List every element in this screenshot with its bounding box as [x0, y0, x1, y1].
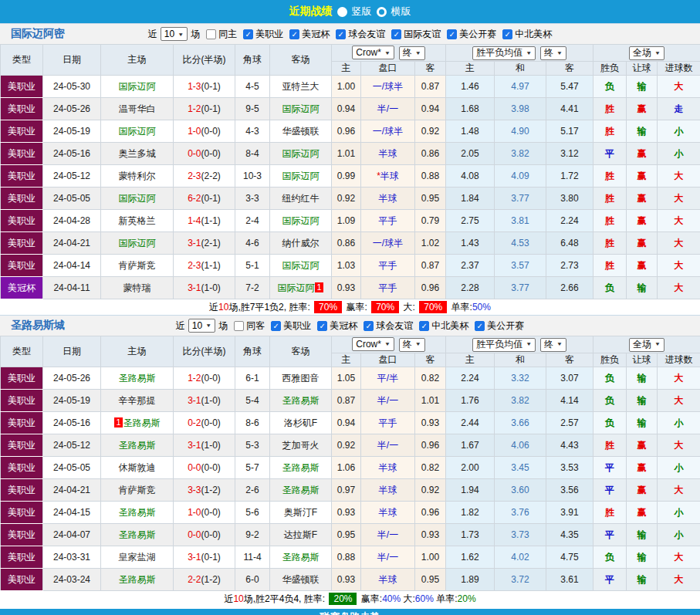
- odds-handicap: 平手: [361, 277, 415, 299]
- match-row: 美职业24-05-30国际迈阿1-3(0-1)4-5亚特兰大1.00一/球半0.…: [1, 76, 700, 98]
- recent-label: 近: [176, 319, 185, 333]
- match-date: 24-05-12: [43, 165, 101, 188]
- average-select[interactable]: 胜平负均值▼: [472, 338, 536, 352]
- odds-away: 0.93: [415, 524, 446, 546]
- away-team-name: 纳什威尔: [282, 238, 320, 248]
- recent-count-select-value: 10: [164, 29, 174, 39]
- match-type: 美冠杯: [1, 277, 43, 299]
- league-label: 美冠杯: [302, 28, 330, 41]
- result-goals: 大: [658, 210, 700, 232]
- home-team: 奥兰多城: [101, 143, 174, 165]
- league-checkbox-4[interactable]: ✓: [475, 321, 485, 331]
- result-winloss: 胜: [593, 210, 627, 232]
- league-checkbox-3[interactable]: ✓: [419, 321, 429, 331]
- column-subheader: 客: [546, 62, 593, 76]
- team-name[interactable]: 圣路易斯城: [11, 319, 65, 333]
- avg-draw: 3.82: [495, 143, 546, 165]
- same-venue-checkbox[interactable]: [234, 321, 244, 331]
- league-checkbox-4[interactable]: ✓: [447, 29, 457, 39]
- record-summary: 近10场,胜7平1负2, 胜率: 70% 赢率: 70% 大: 70% 单率:5…: [0, 299, 700, 315]
- league-checkbox-1[interactable]: ✓: [317, 321, 327, 331]
- recent-count-select[interactable]: 10▼: [188, 319, 215, 333]
- league-checkbox-5[interactable]: ✓: [502, 29, 512, 39]
- result-winloss: 胜: [593, 232, 627, 255]
- league-label: 美冠杯: [330, 319, 357, 333]
- odds-home: 0.86: [332, 232, 361, 255]
- league-checkbox-2[interactable]: ✓: [336, 29, 346, 39]
- avg-draw: 3.66: [495, 412, 546, 434]
- odds-time-select[interactable]: 终▼: [399, 46, 425, 60]
- league-checkbox-1[interactable]: ✓: [289, 29, 299, 39]
- match-date: 24-05-30: [43, 76, 101, 98]
- radio-horizontal-icon[interactable]: [377, 7, 387, 17]
- fulltime-score: 1-2: [188, 373, 201, 384]
- column-header: 比分(半场): [174, 336, 235, 367]
- average-select-value: 胜平负均值: [476, 338, 522, 351]
- avg-away: 4.14: [546, 390, 593, 412]
- avg-home: 1.62: [446, 546, 495, 569]
- scope-select[interactable]: 全场▼: [629, 338, 664, 352]
- league-checkbox-3[interactable]: ✓: [391, 29, 401, 39]
- radio-vertical-label[interactable]: 竖版: [352, 5, 372, 19]
- home-team: 国际迈阿: [101, 76, 174, 98]
- odds-home: 0.93: [332, 277, 361, 299]
- recent-count-select[interactable]: 10▼: [161, 27, 188, 41]
- radio-vertical-selected-icon[interactable]: [337, 7, 347, 17]
- result-goals: 大: [658, 277, 700, 299]
- average-time-select[interactable]: 终▼: [540, 338, 566, 352]
- bookmaker-select[interactable]: Crow*▼: [352, 46, 394, 59]
- fulltime-score: 1-0: [188, 126, 201, 137]
- table-header-row: 类型日期主场比分(半场)角球客场Crow*▼终▼胜平负均值▼终▼全场▼: [1, 45, 700, 62]
- summary-segment: 大:: [401, 593, 415, 604]
- league-checkbox-0[interactable]: ✓: [243, 29, 253, 39]
- match-type: 美职业: [1, 143, 43, 165]
- avg-home: 1.46: [446, 76, 495, 98]
- odds-home: 0.95: [332, 524, 361, 546]
- away-team: 华盛顿联: [270, 569, 332, 591]
- radio-horizontal-label[interactable]: 横版: [391, 5, 411, 19]
- chevron-down-icon: ▼: [415, 50, 421, 56]
- halftime-score: (1-2): [201, 574, 221, 585]
- match-score: 2-3(2-2): [174, 165, 235, 188]
- corner-score: 8-6: [235, 412, 270, 434]
- handicap-value: 一/球半: [373, 238, 403, 248]
- average-select[interactable]: 胜平负均值▼: [472, 46, 536, 60]
- league-checkbox-2[interactable]: ✓: [364, 321, 374, 331]
- halftime-score: (1-0): [201, 282, 221, 293]
- league-label: 美公开赛: [487, 319, 524, 333]
- summary-segment: 大:: [401, 302, 418, 313]
- avg-home: 2.28: [446, 277, 495, 299]
- corner-score: 10-3: [235, 165, 270, 188]
- team-name[interactable]: 国际迈阿密: [11, 27, 65, 41]
- column-header: 客场: [270, 336, 332, 367]
- odds-handicap: 半/一: [361, 434, 415, 457]
- odds-handicap: 半球: [361, 457, 415, 479]
- home-team-name: 圣路易斯: [123, 417, 161, 428]
- same-venue-label: 同主: [218, 28, 237, 41]
- odds-time-select-value: 终: [403, 46, 412, 59]
- home-team-name: 蒙特瑞: [123, 282, 151, 293]
- away-team-name: 国际迈阿: [282, 260, 320, 271]
- avg-home: 1.73: [446, 524, 495, 546]
- average-time-select[interactable]: 终▼: [540, 46, 566, 60]
- league-label: 国际友谊: [404, 28, 441, 41]
- halftime-score: (0-0): [201, 126, 221, 137]
- same-venue-checkbox[interactable]: [206, 29, 216, 39]
- match-row: 美职业24-04-21肯萨斯竞3-3(1-2)2-6圣路易斯0.97半球0.92…: [1, 479, 700, 502]
- scope-select[interactable]: 全场▼: [629, 46, 664, 60]
- league-checkbox-0[interactable]: ✓: [271, 321, 281, 331]
- result-goals: 小: [658, 143, 700, 165]
- odds-away: 0.86: [415, 143, 446, 165]
- avg-draw: 3.32: [495, 367, 546, 390]
- corner-score: 5-6: [235, 502, 270, 524]
- bookmaker-select[interactable]: Crow*▼: [352, 337, 394, 351]
- odds-time-select[interactable]: 终▼: [399, 338, 425, 352]
- match-row: 美职业24-05-19辛辛那提3-1(1-0)5-4圣路易斯0.87半/一1.0…: [1, 390, 700, 412]
- corner-score: 5-1: [235, 255, 270, 277]
- home-team-name: 国际迈阿: [119, 81, 156, 92]
- handicap-value: 半球: [379, 507, 397, 518]
- match-date: 24-04-14: [43, 255, 101, 277]
- match-score: 3-1(1-0): [174, 390, 235, 412]
- odds-handicap: 半球: [361, 502, 415, 524]
- column-header: 日期: [43, 45, 101, 76]
